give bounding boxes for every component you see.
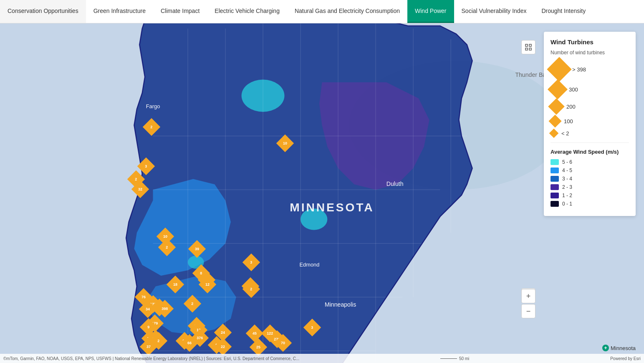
attribution-right: Powered by Esri [610,356,641,361]
zoom-out-button[interactable]: − [521,304,535,318]
turbine-legend-label: < 2 [561,130,569,137]
svg-rect-29 [529,48,531,50]
svg-text:Edmond: Edmond [299,261,319,268]
wind-speed-label: 3 - 4 [562,176,572,182]
attribution-scale: 50 mi [440,356,469,361]
svg-rect-27 [529,44,531,46]
nav-item-drought[interactable]: Drought Intensity [534,0,593,23]
nav-item-climate[interactable]: Climate Impact [153,0,207,23]
legend-divider [551,142,629,143]
wind-speed-row: 1 - 2 [551,193,629,198]
turbine-diamond-icon [548,98,565,115]
wind-speed-row: 0 - 1 [551,201,629,207]
turbine-legend-label: 100 [564,118,573,124]
wind-speed-swatch [551,159,559,165]
wind-speed-label: 0 - 1 [562,201,572,207]
mn-badge-label: Minnesota [611,345,636,351]
nav-item-green-infra[interactable]: Green Infrastructure [86,0,153,23]
wind-speed-swatch [551,184,559,190]
zoom-in-button[interactable]: + [521,289,535,303]
turbines-legend: > 398300200100< 2 [551,61,629,137]
wind-speed-swatch [551,176,559,182]
legend-panel: Wind Turbines Number of wind turbines > … [544,32,636,216]
turbine-legend-row: 300 [551,82,629,96]
svg-text:Minneapolis: Minneapolis [325,301,356,308]
svg-text:MINNESOTA: MINNESOTA [290,201,374,214]
wind-speed-swatch [551,168,559,173]
legend-turbines-title: Wind Turbines [551,38,629,46]
wind-speed-label: 1 - 2 [562,193,572,198]
turbine-legend-label: > 398 [572,66,586,73]
wind-speed-row: 3 - 4 [551,176,629,182]
svg-point-4 [188,256,204,269]
turbine-legend-row: > 398 [551,61,629,78]
turbine-diamond-icon [548,114,561,127]
nav-item-ev[interactable]: Electric Vehicle Charging [207,0,287,23]
wind-speed-label: 4 - 5 [562,168,572,173]
turbine-diamond-icon [547,57,571,81]
map-container: MINNESOTA Duluth Minneapolis Rochester L… [0,23,644,363]
minnesota-badge[interactable]: + Minnesota [602,345,636,351]
svg-text:Duluth: Duluth [386,180,404,187]
turbine-legend-row: < 2 [551,130,629,137]
legend-wind-title: Average Wind Speed (m/s) [551,149,629,155]
turbine-legend-label: 200 [566,104,576,110]
turbine-legend-label: 300 [569,86,578,93]
legend-turbines-subtitle: Number of wind turbines [551,50,629,56]
nav-item-wind-power[interactable]: Wind Power [407,0,454,23]
wind-speed-swatch [551,201,559,207]
turbine-legend-row: 200 [551,101,629,112]
turbine-diamond-icon [549,129,559,138]
wind-speed-row: 5 - 6 [551,159,629,165]
wind-speed-label: 5 - 6 [562,159,572,165]
turbine-legend-row: 100 [551,117,629,126]
wind-speed-swatch [551,193,559,198]
attribution-bar: ©mTom, Garmin, FAO, NOAA, USGS, EPA, NPS… [0,354,644,363]
wind-speed-label: 2 - 3 [562,184,572,190]
svg-rect-28 [525,48,528,50]
nav-item-conservation[interactable]: Conservation Opportunities [0,0,86,23]
wind-legend: 5 - 64 - 53 - 42 - 31 - 20 - 1 [551,159,629,207]
mn-badge-icon: + [602,345,609,351]
navbar: Conservation OpportunitiesGreen Infrastr… [0,0,644,23]
attribution-left: ©mTom, Garmin, FAO, NOAA, USGS, EPA, NPS… [3,356,299,361]
nav-item-social-vuln[interactable]: Social Vulnerability Index [454,0,534,23]
wind-speed-row: 4 - 5 [551,168,629,173]
wind-speed-row: 2 - 3 [551,184,629,190]
svg-rect-26 [525,44,528,46]
svg-text:Fargo: Fargo [146,103,160,109]
turbine-diamond-icon [548,79,568,99]
extent-button[interactable] [521,40,535,54]
nav-item-natural-gas[interactable]: Natural Gas and Electricity Consumption [287,0,407,23]
